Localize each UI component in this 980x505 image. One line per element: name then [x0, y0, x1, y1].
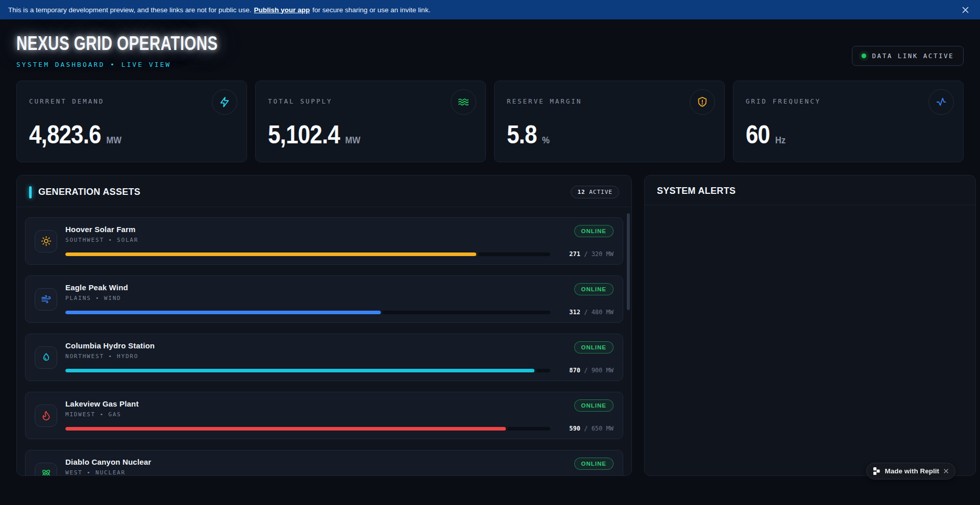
banner-text-before: This is a temporary development preview,…: [8, 6, 252, 14]
stat-label: CURRENT DEMAND: [29, 93, 234, 105]
asset-meter-track: [65, 311, 550, 314]
asset-subtitle: MIDWEST • GAS: [65, 411, 139, 418]
shield-alert-icon: [690, 89, 715, 115]
asset-meter-fill: [65, 311, 381, 314]
flame-icon: [35, 405, 57, 427]
stat-value: 4,823.6: [29, 120, 101, 149]
banner-close-button[interactable]: [959, 3, 972, 16]
asset-capacity: / 480 MW: [580, 309, 614, 316]
asset-list-scrollbar[interactable]: [627, 213, 630, 310]
asset-meter-fill: [65, 427, 506, 431]
asset-row-lakeview-gas: Lakeview Gas Plant MIDWEST • GAS ONLINE …: [25, 392, 623, 439]
asset-status-badge: ONLINE: [574, 399, 614, 412]
asset-name: Eagle Peak Wind: [65, 283, 128, 292]
wind-icon: [35, 288, 57, 311]
activity-icon: [928, 89, 954, 115]
stat-label: TOTAL SUPPLY: [268, 93, 473, 105]
replit-logo-icon: [873, 467, 880, 475]
asset-status-badge: ONLINE: [574, 225, 614, 237]
system-alerts-title: SYSTEM ALERTS: [657, 186, 736, 196]
atom-icon: [35, 463, 57, 476]
asset-subtitle: WEST • NUCLEAR: [65, 469, 151, 476]
asset-capacity: / 650 MW: [580, 425, 614, 432]
stat-value: 60: [746, 120, 770, 149]
asset-status-badge: ONLINE: [574, 283, 614, 295]
data-link-status-label: DATA LINK ACTIVE: [872, 52, 954, 60]
asset-status-badge: ONLINE: [574, 341, 614, 353]
stat-unit: MW: [345, 135, 360, 146]
asset-meter-fill: [65, 252, 476, 256]
asset-subtitle: PLAINS • WIND: [65, 295, 128, 301]
stat-unit: Hz: [775, 135, 786, 146]
asset-output: 312: [569, 309, 580, 316]
active-count-badge: 12 ACTIVE: [571, 186, 619, 198]
asset-subtitle: SOUTHWEST • SOLAR: [65, 237, 138, 243]
made-with-replit-label: Made with Replit: [885, 467, 939, 475]
asset-meter-track: [65, 369, 550, 372]
stat-card-total-supply: TOTAL SUPPLY 5,102.4 MW: [255, 81, 486, 162]
asset-subtitle: NORTHWEST • HYDRO: [65, 353, 155, 360]
asset-output: 271: [569, 250, 580, 258]
stat-value: 5.8: [507, 120, 537, 149]
dev-preview-banner: This is a temporary development preview,…: [0, 0, 980, 19]
asset-row-eagle-peak-wind: Eagle Peak Wind PLAINS • WIND ONLINE 312…: [25, 275, 623, 323]
generation-assets-title: GENERATION ASSETS: [38, 187, 140, 197]
data-link-status-badge: DATA LINK ACTIVE: [852, 46, 964, 66]
asset-name: Hoover Solar Farm: [65, 225, 138, 234]
status-dot-icon: [862, 54, 866, 58]
made-with-close-button[interactable]: [944, 469, 948, 473]
stat-card-reserve-margin: RESERVE MARGIN 5.8 %: [494, 81, 725, 162]
asset-name: Diablo Canyon Nuclear: [65, 458, 151, 466]
stat-label: GRID FREQUENCY: [746, 93, 951, 105]
asset-row-hoover-solar: Hoover Solar Farm SOUTHWEST • SOLAR ONLI…: [25, 217, 623, 265]
system-alerts-panel: SYSTEM ALERTS: [644, 175, 976, 476]
page-subtitle: SYSTEM DASHBOARD • LIVE VIEW: [16, 61, 275, 68]
asset-output: 870: [569, 367, 580, 374]
panel-accent-bar: [29, 186, 32, 198]
stats-row: CURRENT DEMAND 4,823.6 MW TOTAL SUPPLY 5…: [16, 81, 964, 162]
asset-list: Hoover Solar Farm SOUTHWEST • SOLAR ONLI…: [17, 207, 631, 476]
asset-name: Columbia Hydro Station: [65, 341, 155, 350]
stat-unit: %: [542, 135, 550, 146]
waves-icon: [451, 89, 476, 115]
asset-name: Lakeview Gas Plant: [65, 399, 139, 408]
close-icon: [944, 469, 948, 473]
asset-meter-fill: [65, 369, 534, 372]
stat-value: 5,102.4: [268, 120, 340, 149]
close-icon: [962, 6, 969, 14]
asset-capacity: / 320 MW: [580, 250, 614, 258]
asset-row-columbia-hydro: Columbia Hydro Station NORTHWEST • HYDRO…: [25, 334, 623, 381]
generation-assets-panel: GENERATION ASSETS 12 ACTIVE Hoover Solar…: [16, 175, 632, 476]
stat-card-current-demand: CURRENT DEMAND 4,823.6 MW: [16, 81, 247, 162]
sun-icon: [35, 230, 57, 252]
stat-card-grid-frequency: GRID FREQUENCY 60 Hz: [733, 81, 964, 162]
page-title: NEXUS GRID OPERATIONS: [16, 33, 218, 55]
made-with-replit-badge[interactable]: Made with Replit: [866, 463, 955, 479]
asset-meter-track: [65, 427, 550, 431]
zap-icon: [212, 89, 237, 115]
asset-status-badge: ONLINE: [574, 458, 614, 470]
stat-unit: MW: [106, 135, 121, 146]
asset-capacity: / 900 MW: [580, 367, 614, 374]
asset-meter-track: [65, 252, 550, 256]
page-header: NEXUS GRID OPERATIONS SYSTEM DASHBOARD •…: [16, 19, 964, 68]
asset-row-diablo-canyon-nuclear: Diablo Canyon Nuclear WEST • NUCLEAR ONL…: [25, 450, 623, 476]
banner-text-after: for secure sharing or use an invite link…: [312, 6, 430, 14]
stat-label: RESERVE MARGIN: [507, 93, 712, 105]
publish-app-link[interactable]: Publish your app: [254, 6, 310, 14]
droplet-icon: [35, 346, 57, 369]
asset-output: 590: [569, 425, 580, 432]
